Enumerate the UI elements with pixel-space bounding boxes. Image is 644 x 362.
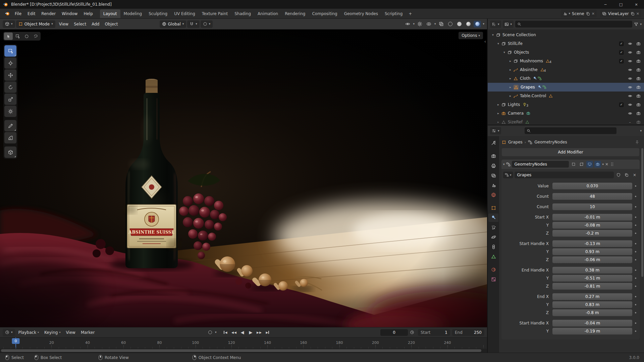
tool-annotate[interactable] [4, 120, 16, 131]
timeline-menu-item[interactable]: Keying [42, 328, 63, 337]
add-workspace-button[interactable]: + [406, 10, 415, 17]
scene-selector[interactable]: ▾ Scene × [561, 10, 597, 17]
modifier-render-toggle[interactable] [594, 161, 601, 168]
filter-funnel-icon[interactable] [634, 22, 638, 26]
outliner-row-scene-collection[interactable]: ▾ Scene Collection [488, 31, 644, 39]
copy-icon[interactable] [586, 12, 590, 16]
current-frame-field[interactable]: 0 [380, 329, 408, 336]
viewport-scene[interactable]: ABSINTHE SUISSE [0, 29, 487, 327]
disclosure-triangle[interactable]: ▸ [508, 77, 513, 80]
tool-move[interactable] [4, 69, 16, 81]
properties-search[interactable] [525, 127, 617, 134]
prev-keyframe-button[interactable]: ◀◀ [230, 329, 237, 336]
new-copy-button[interactable] [623, 172, 630, 178]
animate-property-dot[interactable] [632, 196, 639, 197]
tool-transform[interactable] [4, 106, 16, 117]
field-value-input[interactable]: -0.13 m [552, 240, 632, 247]
outliner-row-stilllife[interactable]: ▾ StillLife ✓ [488, 39, 644, 48]
disable-render-camera-icon[interactable] [636, 85, 641, 89]
tool-rotate[interactable] [4, 81, 16, 93]
outliner-row-cloth[interactable]: ▸ Cloth [488, 74, 644, 83]
properties-tab-tool[interactable] [488, 139, 498, 147]
select-box-mode-button[interactable] [13, 33, 22, 40]
modifier-extras-menu-icon[interactable]: ▾ [602, 163, 604, 166]
properties-tab-render[interactable] [488, 152, 498, 160]
animate-property-dot[interactable] [632, 225, 639, 226]
field-value-input[interactable]: -0.08 m [552, 222, 632, 229]
visibility-dropdown[interactable] [404, 21, 411, 27]
field-value-input[interactable]: 0.83 m [552, 301, 632, 308]
workspace-tab[interactable]: Scripting [381, 9, 406, 18]
animate-property-dot[interactable] [632, 233, 639, 234]
add-modifier-button[interactable]: Add Modifier [502, 148, 639, 156]
hide-viewport-eye-icon[interactable] [628, 50, 632, 55]
workspace-tab[interactable]: Modeling [120, 9, 146, 18]
field-value-input[interactable]: -0.19 m [552, 328, 632, 335]
chevron-down-icon[interactable]: ▾ [640, 23, 642, 26]
tool-select-box[interactable] [4, 45, 16, 57]
field-value-input[interactable]: 48 [552, 193, 632, 200]
animate-property-dot[interactable] [632, 330, 639, 332]
play-reverse-button[interactable]: ◀ [238, 329, 246, 336]
field-value-input[interactable]: 0.070 [552, 183, 632, 189]
hide-viewport-eye-icon[interactable] [628, 94, 632, 98]
workspace-tab[interactable]: Shading [231, 9, 254, 18]
animate-property-dot[interactable] [632, 259, 639, 260]
animate-property-dot[interactable] [632, 304, 639, 305]
disable-render-camera-icon[interactable] [636, 120, 641, 124]
disable-render-camera-icon[interactable] [636, 103, 641, 107]
hide-viewport-eye-icon[interactable] [628, 59, 632, 63]
menu-item[interactable]: File [12, 10, 24, 18]
timeline-menu-item[interactable]: View [63, 328, 78, 337]
collection-checkbox[interactable]: ✓ [619, 42, 624, 46]
outliner-search-input[interactable] [523, 22, 630, 26]
animate-property-dot[interactable] [632, 185, 639, 187]
disable-render-camera-icon[interactable] [636, 94, 641, 98]
outliner-search[interactable] [515, 21, 632, 27]
workspace-tab[interactable]: Compositing [309, 9, 340, 18]
minimize-button[interactable]: ─ [598, 0, 613, 9]
jump-to-start-button[interactable]: ◀ [222, 329, 229, 336]
disable-render-camera-icon[interactable] [636, 50, 641, 55]
editor-type-button[interactable]: ▾ [3, 20, 15, 28]
disable-render-camera-icon[interactable] [636, 76, 641, 81]
animate-property-dot[interactable] [632, 206, 639, 207]
viewport-options-button[interactable]: Options ▾ [459, 32, 483, 39]
modifier-edit-mode-toggle[interactable] [578, 161, 585, 168]
animate-property-dot[interactable] [632, 243, 639, 244]
viewport-menu-item[interactable]: View [56, 20, 71, 28]
hidden-eye-dash-icon[interactable]: – [629, 120, 631, 124]
use-preview-range-toggle[interactable] [409, 329, 416, 336]
disable-render-camera-icon[interactable] [636, 59, 641, 63]
disclosure-triangle[interactable]: ▸ [496, 120, 500, 124]
disclosure-triangle[interactable]: ▾ [496, 42, 500, 45]
select-tweak-button[interactable] [4, 33, 13, 40]
properties-tab-modifiers[interactable] [488, 214, 498, 222]
disclosure-triangle[interactable]: ▸ [496, 112, 500, 115]
close-button[interactable]: × [629, 0, 644, 9]
animate-property-dot[interactable] [632, 286, 639, 287]
properties-tab-particles[interactable] [488, 223, 498, 232]
disclosure-triangle[interactable]: ▸ [508, 94, 513, 98]
field-value-input[interactable]: 0.93 m [552, 248, 632, 255]
pin-icon[interactable] [635, 140, 639, 144]
proportional-editing-toggle[interactable]: ▾ [201, 20, 213, 28]
outliner-row-absinthe[interactable]: ▸ Absinthe 4 [488, 65, 644, 74]
workspace-tab[interactable]: Texture Paint [199, 9, 231, 18]
properties-tab-output[interactable] [488, 162, 498, 170]
workspace-tab[interactable]: Layout [100, 9, 120, 18]
outliner-row-grapes[interactable]: ▸ Grapes [488, 83, 644, 92]
workspace-tab[interactable]: UV Editing [171, 9, 199, 18]
modifier-on-cage-toggle[interactable] [570, 161, 577, 168]
node-group-name-field[interactable]: Grapes [515, 172, 614, 178]
disable-render-camera-icon[interactable] [636, 68, 641, 72]
auto-keying-toggle[interactable] [207, 329, 214, 336]
timeline-menu-item[interactable]: Playback [16, 328, 42, 337]
viewport-3d[interactable]: ABSINTHE SUISSE [0, 29, 487, 327]
disclosure-triangle[interactable]: ▾ [491, 33, 495, 37]
unlink-scene-icon[interactable]: × [592, 11, 595, 16]
animate-property-dot[interactable] [632, 217, 639, 218]
properties-tab-object[interactable] [488, 204, 498, 212]
outliner-display-mode-button[interactable]: ▾ [503, 20, 514, 28]
viewport-menu-item[interactable]: Add [89, 20, 102, 28]
